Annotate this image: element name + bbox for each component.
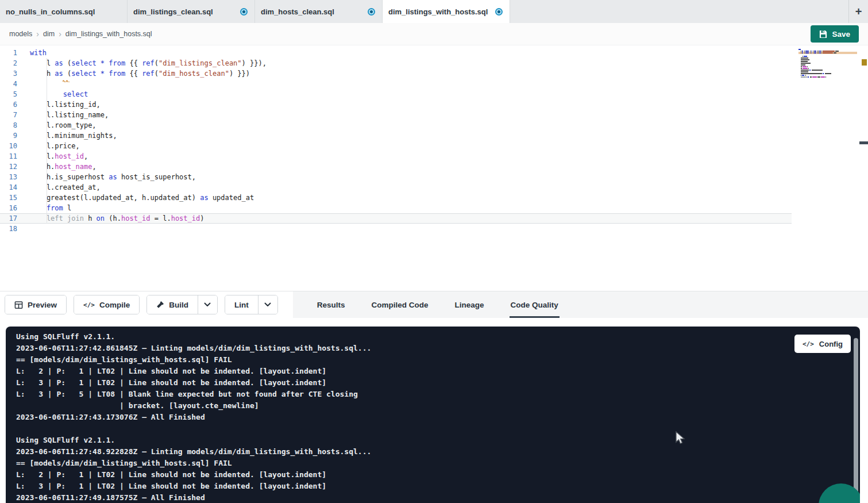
result-tabs: ResultsCompiled CodeLineageCode Quality <box>293 291 868 318</box>
minimap-line <box>798 63 857 64</box>
modified-indicator-icon <box>495 8 503 16</box>
terminal-line: | bracket. [layout.cte_newline] <box>16 400 860 412</box>
minimap-line <box>798 52 857 53</box>
code-text: l.listing_id, <box>30 99 101 110</box>
line-number: 5 <box>0 89 17 99</box>
terminal-line: Using SQLFluff v2.1.1. <box>16 435 860 446</box>
tab-dim_listings_clean.sql[interactable]: dim_listings_clean.sql <box>128 0 255 23</box>
minimap-line <box>798 56 857 57</box>
minimap-line <box>798 54 857 55</box>
config-label: Config <box>819 340 843 348</box>
code-line: 3 h as (select * from {{ ref("dim_hosts_… <box>0 68 792 79</box>
modified-indicator-icon <box>240 8 248 16</box>
build-dropdown-button[interactable] <box>198 295 217 314</box>
terminal-lines: Using SQLFluff v2.1.1.2023-06-06T11:27:4… <box>16 331 860 503</box>
line-number: 4 <box>0 79 17 89</box>
tab-no_nulls_in_columns.sql[interactable]: no_nulls_in_columns.sql <box>0 0 128 23</box>
tab-strip: no_nulls_in_columns.sqldim_listings_clea… <box>0 0 510 23</box>
indent-guide <box>47 58 47 224</box>
breadcrumb-item[interactable]: models <box>9 30 32 38</box>
code-line: 10 l.price, <box>0 141 792 151</box>
tab-lineage[interactable]: Lineage <box>454 291 484 318</box>
bottom-toolbar: Preview</>CompileBuildLint ResultsCompil… <box>0 291 868 318</box>
modified-indicator-icon <box>368 8 375 16</box>
terminal-scrollbar[interactable] <box>854 338 858 503</box>
lint-button[interactable]: Lint <box>225 295 258 314</box>
minimap-line <box>798 70 857 71</box>
terminal-line: 2023-06-06T11:27:48.922828Z — Linting mo… <box>16 446 860 458</box>
code-line: 16 from l <box>0 203 792 213</box>
code-text: l.minimum_nights, <box>30 130 117 141</box>
minimap-line <box>798 66 857 67</box>
code-text: with <box>30 48 47 58</box>
tab-bar-filler <box>510 0 848 23</box>
code-line: 11 l.host_id, <box>0 151 792 162</box>
terminal-line <box>16 423 860 435</box>
code-line: 7 l.listing_name, <box>0 110 792 120</box>
code-text: select <box>30 89 88 99</box>
compile-button[interactable]: </>Compile <box>74 295 139 314</box>
code-line: 2 l as (select * from {{ ref("dim_listin… <box>0 58 792 68</box>
code-line: 13 h.is_superhost as host_is_superhost, <box>0 172 792 182</box>
line-number: 17 <box>0 213 17 224</box>
line-number: 6 <box>0 99 17 110</box>
action-buttons: Preview</>CompileBuildLint <box>0 291 293 318</box>
minimap[interactable] <box>798 49 857 80</box>
tab-dim_listings_with_hosts.sql[interactable]: dim_listings_with_hosts.sql <box>383 0 510 23</box>
line-number: 12 <box>0 162 17 172</box>
save-button[interactable]: Save <box>811 25 859 43</box>
code-text: h.is_superhost as host_is_superhost, <box>30 172 196 182</box>
code-lines: 1with2 l as (select * from {{ ref("dim_l… <box>0 48 868 234</box>
hammer-icon <box>156 301 164 309</box>
terminal-line: 2023-06-06T11:27:42.861845Z — Linting mo… <box>16 343 860 354</box>
code-editor[interactable]: 1with2 l as (select * from {{ ref("dim_l… <box>0 45 868 291</box>
tab-results[interactable]: Results <box>317 291 345 318</box>
tab-compiled-code[interactable]: Compiled Code <box>371 291 428 318</box>
tab-dim_hosts_clean.sql[interactable]: dim_hosts_clean.sql <box>255 0 383 23</box>
minimap-line <box>798 51 857 52</box>
code-line: 4 <box>0 79 792 89</box>
line-number: 16 <box>0 203 17 213</box>
terminal-line: L: 3 | P: 5 | LT08 | Blank line expected… <box>16 389 860 400</box>
minimap-line <box>798 75 857 76</box>
compile-button-group: </>Compile <box>74 295 140 314</box>
code-text: from l <box>30 203 71 213</box>
tab-label: dim_listings_with_hosts.sql <box>388 7 488 16</box>
line-number: 10 <box>0 141 17 151</box>
overview-ruler-cursor-marker <box>859 141 868 144</box>
build-button[interactable]: Build <box>147 295 198 314</box>
grid-icon <box>14 301 23 309</box>
breadcrumb: models›dim›dim_listings_with_hosts.sql <box>9 29 152 39</box>
code-text: l.room_type, <box>30 120 97 130</box>
terminal-line: == [models/dim/dim_listings_with_hosts.s… <box>16 354 860 366</box>
lint-config-button[interactable]: </> Config <box>794 335 851 353</box>
minimap-line <box>798 61 857 62</box>
tab-code-quality[interactable]: Code Quality <box>511 291 558 318</box>
code-icon: </> <box>83 301 95 309</box>
plus-icon: + <box>855 5 862 18</box>
save-label: Save <box>832 30 850 39</box>
minimap-line <box>798 68 857 69</box>
new-tab-button[interactable]: + <box>848 0 868 23</box>
lint-output-terminal: Using SQLFluff v2.1.1.2023-06-06T11:27:4… <box>6 327 860 503</box>
code-text: l.created_at, <box>30 182 101 193</box>
breadcrumb-separator-icon: › <box>36 29 39 39</box>
tab-label: dim_hosts_clean.sql <box>261 7 334 16</box>
minimap-line <box>798 49 857 50</box>
breadcrumb-item[interactable]: dim <box>43 30 55 38</box>
line-number: 14 <box>0 182 17 193</box>
lint-dropdown-button[interactable] <box>258 295 277 314</box>
chevron-down-icon <box>264 302 271 307</box>
breadcrumb-item[interactable]: dim_listings_with_hosts.sql <box>65 30 152 38</box>
terminal-line: L: 2 | P: 1 | LT02 | Line should not be … <box>16 366 860 377</box>
line-number: 9 <box>0 130 17 141</box>
terminal-line: 2023-06-06T11:27:43.173076Z — All Finish… <box>16 412 860 423</box>
button-label: Preview <box>28 301 57 309</box>
floppy-disk-icon <box>819 30 827 38</box>
preview-button[interactable]: Preview <box>5 295 66 314</box>
minimap-rows <box>798 49 857 79</box>
code-text: l.listing_name, <box>30 110 109 120</box>
code-line: 18 <box>0 224 792 234</box>
overview-ruler-warning-marker <box>862 59 867 66</box>
button-label: Build <box>169 301 188 309</box>
